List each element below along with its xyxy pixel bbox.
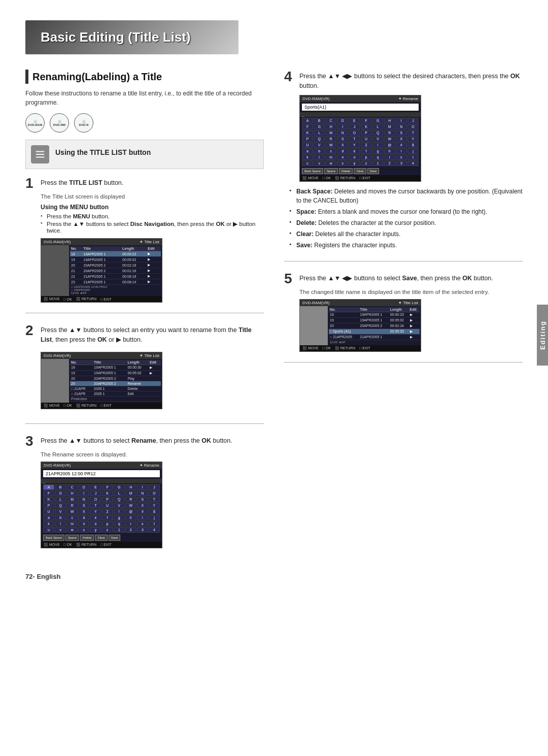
char-cell: g <box>372 148 384 154</box>
cell-no: 18 <box>329 312 359 317</box>
cell-title: 21APR2005 1 <box>83 274 122 279</box>
char-cell: R <box>66 503 78 508</box>
section-heading: Renaming(Labeling) a Title <box>25 70 264 84</box>
char-cell: @ <box>125 509 136 514</box>
cell-title: 20APR2005 2 <box>93 376 126 381</box>
save-btn[interactable]: Save <box>109 535 121 541</box>
s4-space-btn[interactable]: Space <box>324 168 338 174</box>
table-row: 22 21APR2005 1 00:08:18 ▶ <box>70 274 161 279</box>
cell-no: ○ 21APR2005 <box>329 334 359 340</box>
cell-no: 23 <box>70 279 83 285</box>
char-cell: 1 <box>114 527 125 533</box>
rename-s4-cursor: _ <box>300 112 421 117</box>
char-cell: f <box>361 148 372 154</box>
char-cell: P <box>361 130 372 136</box>
char-cell: m <box>66 521 78 527</box>
cell-edit <box>149 386 161 391</box>
char-cell: v <box>55 527 66 533</box>
char-cell: M <box>325 130 336 136</box>
s4-save-btn[interactable]: Save <box>367 168 380 174</box>
char-cell: C <box>66 484 78 490</box>
cell-length: Rename <box>126 381 149 386</box>
th-length: Length <box>121 246 147 251</box>
cell-no: 19 <box>329 317 359 323</box>
rename-action-buttons: Back Space Space Delete Clear Save <box>41 534 162 542</box>
cell-title: 19APR2005 1 <box>359 317 389 323</box>
footer-exit: □ EXIT <box>100 298 112 301</box>
table-row: 20 20APR2005 2 00:02:18 ▶ <box>70 262 161 268</box>
char-cell: w <box>325 160 336 166</box>
char-cell: 3 <box>137 527 148 533</box>
char-cell: W <box>325 142 336 148</box>
char-cell: Q <box>314 136 325 142</box>
cell-no: 20 <box>70 381 93 386</box>
char-cell: l <box>55 521 66 527</box>
cell-title: 21APR2005 1 <box>359 334 409 340</box>
cell-title: 2005 1 <box>93 391 126 396</box>
screen-2-body: No. Title Length Edit 18 19APR2005 1 00:… <box>41 359 162 403</box>
s4-back-space-btn[interactable]: Back Space <box>302 168 323 174</box>
char-cell: h <box>384 148 395 154</box>
screen-1-title: ✦ Title List <box>140 240 159 244</box>
cell-no: 19 <box>70 257 83 262</box>
cell-edit: ▶ <box>147 279 161 285</box>
title-list-heading: Using the TITLE LIST button <box>55 145 151 156</box>
char-cell: T <box>349 136 360 142</box>
char-cell: y <box>90 527 101 533</box>
char-cell: O <box>90 497 101 502</box>
menu-button-subsection: Using the MENU button Press the MENU but… <box>41 204 264 234</box>
char-grid-s4: A B C D E F G H I J F G H I J <box>300 117 421 167</box>
footer-move: ⬛ MOVE <box>302 176 319 180</box>
char-cell: K <box>361 124 372 129</box>
divider-right-1 <box>284 261 523 261</box>
cell-edit: ▶ <box>409 312 420 317</box>
rename-screen-mockup: DVD-RAM(VR) ✦ Rename 21APR2005 12:00 PR1… <box>41 462 162 548</box>
s4-delete-btn[interactable]: Delete <box>339 168 353 174</box>
footer-return: ⬛ RETURN <box>335 176 355 180</box>
char-cell: W <box>384 136 395 142</box>
char-cell: L <box>114 490 125 496</box>
dvd-ram-icon: 💿 DVD-RAM <box>25 113 45 133</box>
step-4-header: 4 Press the ▲▼ ◀▶ buttons to select the … <box>284 70 523 91</box>
char-cell: t <box>407 154 419 160</box>
char-cell: m <box>325 154 336 160</box>
footer-ok: □ OK <box>323 346 331 350</box>
cell-no: 22 <box>70 274 83 279</box>
space-btn[interactable]: Space <box>65 535 79 541</box>
back-space-btn[interactable]: Back Space <box>43 535 64 541</box>
char-cell: q <box>372 154 384 160</box>
char-cell: d <box>337 148 348 154</box>
cell-length: 00:05:02 <box>389 317 409 323</box>
delete-btn[interactable]: Delete <box>80 535 94 541</box>
cell-edit: ▶ <box>149 365 161 370</box>
char-cell: 1 <box>372 160 384 166</box>
char-cell: Y <box>407 136 419 142</box>
table-row: 20 20APR2005 2 00:02:18 ▶ <box>329 323 420 328</box>
th-title: Title <box>83 246 122 251</box>
char-cell: R <box>325 136 336 142</box>
cell-title: 19APR2005 1 <box>83 251 122 257</box>
cell-edit: ▶ <box>409 323 420 328</box>
char-cell: F <box>43 490 54 496</box>
th-edit: Edit <box>409 307 420 312</box>
screen-mockup-5: DVD-RAM(VR) ✦ Title List No. Title Lengt… <box>299 299 421 352</box>
char-cell: Q <box>55 503 66 508</box>
step-2: 2 Press the ▲▼ buttons to select an entr… <box>25 323 264 413</box>
cell-length: 02:05:33 <box>389 328 409 334</box>
cell-length: 00:05:02 <box>126 370 149 376</box>
char-cell: H <box>66 490 78 496</box>
th-no: No. <box>70 246 83 251</box>
cell-edit: ▶ <box>147 262 161 268</box>
char-cell: # <box>396 142 407 148</box>
s4-clear-btn[interactable]: Clear <box>354 168 366 174</box>
clear-btn[interactable]: Clear <box>95 535 107 541</box>
cell-title: 21APR2005 1 <box>83 279 122 285</box>
char-cell: s <box>137 521 148 527</box>
char-cell: i <box>396 148 407 154</box>
char-cell: F <box>361 118 372 123</box>
cell-edit: ▶ <box>409 317 420 323</box>
char-cell: S <box>137 497 148 502</box>
menu-bullet-2: Press the ▲▼ buttons to select Disc Navi… <box>41 220 264 234</box>
cell-edit: ▶ <box>147 251 161 257</box>
char-cell: c <box>66 515 78 520</box>
